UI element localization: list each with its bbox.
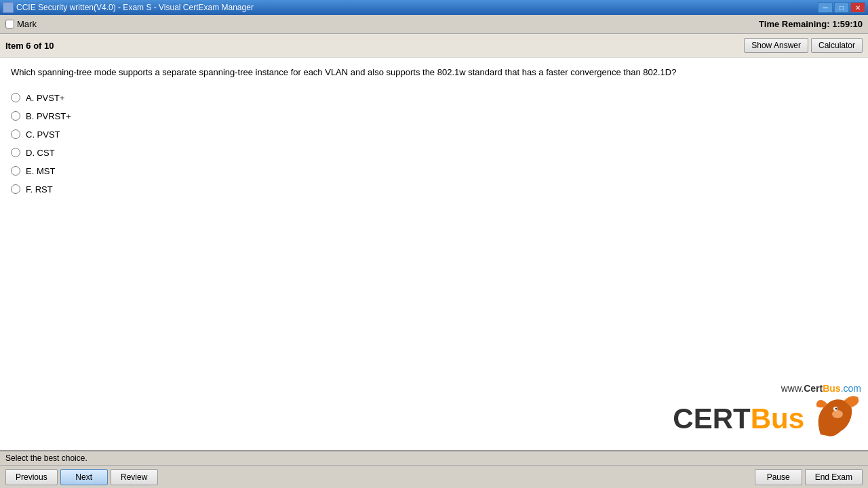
answer-label-e: E. MST [26, 166, 55, 176]
title-bar: CCIE Security written(V4.0) - Exam S - V… [0, 0, 868, 15]
toolbar: Mark Time Remaining: 1:59:10 [0, 15, 868, 34]
title-text: CCIE Security written(V4.0) - Exam S - V… [16, 3, 254, 12]
status-text: Select the best choice. [5, 453, 87, 463]
answer-option-f[interactable]: F. RST [11, 184, 857, 195]
radio-c[interactable] [11, 129, 20, 139]
answers-container: A. PVST+B. PVRST+C. PVSTD. CSTE. MSTF. R… [11, 93, 857, 195]
pause-button[interactable]: Pause [755, 469, 802, 485]
certbus-url: www.CertBus.com [673, 383, 861, 394]
question-text: Which spanning-tree mode supports a sepa… [11, 66, 857, 79]
answer-label-f: F. RST [26, 184, 53, 195]
radio-a[interactable] [11, 93, 20, 102]
main-content: Which spanning-tree mode supports a sepa… [0, 58, 868, 450]
answer-label-c: C. PVST [26, 129, 60, 140]
status-bar: Select the best choice. [0, 450, 868, 465]
svg-point-0 [832, 410, 843, 418]
certbus-url-www: www. [781, 383, 804, 394]
end-exam-button[interactable]: End Exam [805, 469, 863, 485]
calculator-button[interactable]: Calculator [811, 38, 863, 53]
radio-f[interactable] [11, 184, 20, 194]
answer-label-b: B. PVRST+ [26, 111, 71, 121]
answer-option-c[interactable]: C. PVST [11, 129, 857, 140]
radio-b[interactable] [11, 111, 20, 121]
previous-button[interactable]: Previous [5, 469, 58, 485]
mark-checkbox-container[interactable]: Mark [5, 19, 37, 29]
review-button[interactable]: Review [111, 469, 158, 485]
certbus-brand: CERTBus [673, 405, 804, 433]
certbus-brand-cert: CERT [673, 403, 750, 434]
certbus-logo: www.CertBus.com CERTBus [673, 383, 861, 443]
nav-right: Pause End Exam [755, 469, 863, 485]
answer-option-d[interactable]: D. CST [11, 148, 857, 158]
next-button[interactable]: Next [60, 469, 108, 485]
answer-option-a[interactable]: A. PVST+ [11, 93, 857, 103]
header-buttons: Show Answer Calculator [744, 38, 863, 53]
show-answer-button[interactable]: Show Answer [744, 38, 808, 53]
mark-checkbox[interactable] [5, 20, 14, 28]
answer-label-d: D. CST [26, 148, 55, 158]
mark-label[interactable]: Mark [17, 19, 37, 29]
minimize-button[interactable]: ─ [818, 2, 833, 13]
title-bar-buttons[interactable]: ─ □ ✕ [818, 2, 865, 13]
radio-e[interactable] [11, 166, 20, 176]
title-bar-left: CCIE Security written(V4.0) - Exam S - V… [3, 2, 254, 13]
nav-left: Previous Next Review [5, 469, 158, 485]
nav-bar: Previous Next Review Pause End Exam [0, 465, 868, 488]
answer-label-a: A. PVST+ [26, 93, 64, 103]
certbus-url-com: .com [841, 383, 861, 394]
app-icon [3, 2, 14, 13]
answer-option-b[interactable]: B. PVRST+ [11, 111, 857, 121]
certbus-bird-icon [807, 394, 861, 443]
restore-button[interactable]: □ [834, 2, 849, 13]
answer-option-e[interactable]: E. MST [11, 166, 857, 176]
radio-d[interactable] [11, 148, 20, 157]
close-button[interactable]: ✕ [850, 2, 865, 13]
item-header: Item 6 of 10 Show Answer Calculator [0, 34, 868, 58]
svg-point-2 [835, 408, 837, 410]
certbus-url-bus: Bus [823, 383, 840, 394]
time-remaining: Time Remaining: 1:59:10 [759, 19, 863, 29]
certbus-brand-bus: Bus [751, 403, 804, 434]
certbus-url-cert: Cert [804, 383, 823, 394]
item-label: Item 6 of 10 [5, 41, 54, 51]
